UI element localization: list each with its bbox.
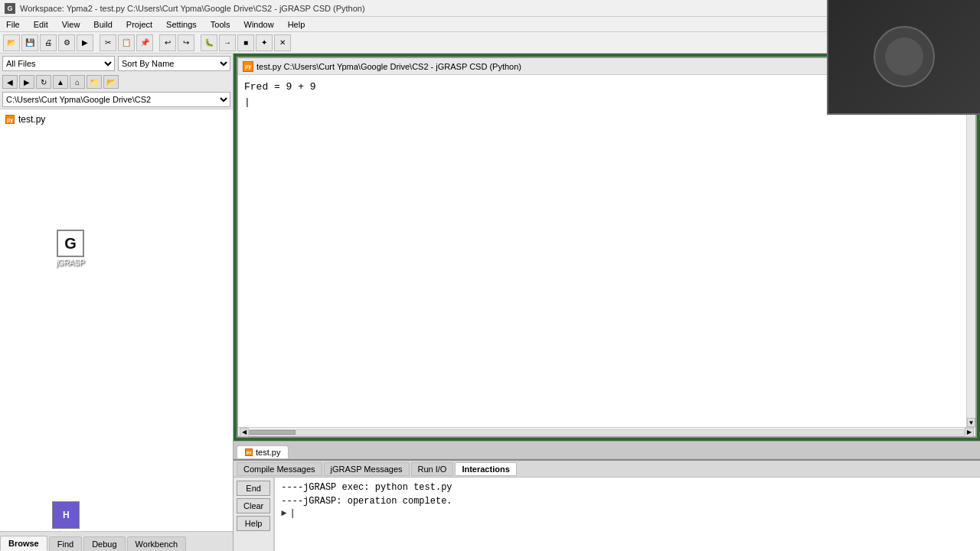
scroll-track[interactable] bbox=[967, 84, 975, 418]
compile-button[interactable]: ⚙ bbox=[58, 34, 75, 51]
refresh-button[interactable]: ↻ bbox=[36, 75, 51, 89]
console-output: ----jGRASP exec: python test.py ----jGRA… bbox=[274, 478, 980, 551]
up-button[interactable]: ▲ bbox=[53, 75, 68, 89]
menu-build[interactable]: Build bbox=[90, 19, 115, 30]
menu-file[interactable]: File bbox=[3, 19, 23, 30]
print-button[interactable]: 🖨 bbox=[40, 34, 57, 51]
tab-jgrasp-messages[interactable]: jGRASP Messages bbox=[324, 462, 410, 476]
menu-help[interactable]: Help bbox=[285, 19, 309, 30]
path-select[interactable]: C:\Users\Curt Ypma\Google Drive\CS2 bbox=[2, 92, 230, 107]
console-buttons: End Clear Help bbox=[234, 478, 274, 551]
help-button[interactable]: Help bbox=[237, 516, 270, 531]
menu-tools[interactable]: Tools bbox=[207, 19, 234, 30]
tab-browse[interactable]: Browse bbox=[0, 536, 47, 551]
console-line-1: ----jGRASP exec: python test.py bbox=[281, 481, 974, 494]
file-item[interactable]: py test.py bbox=[2, 112, 231, 126]
prompt-arrow-icon: ► bbox=[281, 508, 286, 519]
file-tab-bar: py test.py bbox=[234, 441, 980, 459]
scroll-h-track[interactable] bbox=[249, 429, 965, 435]
home-button[interactable]: ⌂ bbox=[70, 75, 85, 89]
jgrasp-icon: G bbox=[57, 230, 84, 257]
scroll-left-arrow[interactable]: ◀ bbox=[240, 428, 249, 437]
redo-button[interactable]: ↪ bbox=[178, 34, 194, 51]
end-button[interactable]: End bbox=[237, 481, 270, 496]
file-tab-label: test.py bbox=[256, 448, 280, 457]
bottom-tab-bar: Compile Messages jGRASP Messages Run I/O… bbox=[234, 461, 980, 478]
back-button[interactable]: ◀ bbox=[2, 75, 18, 89]
scroll-right-arrow[interactable]: ▶ bbox=[965, 428, 974, 437]
menu-settings[interactable]: Settings bbox=[163, 19, 200, 30]
step-button[interactable]: → bbox=[219, 34, 236, 51]
app-icon: G bbox=[5, 3, 15, 14]
copy-button[interactable]: 📋 bbox=[118, 34, 135, 51]
browser-panel: All Files Sort By Name ◀ ▶ ↻ ▲ ⌂ 📁 📂 C:\… bbox=[0, 54, 234, 551]
forward-button[interactable]: ▶ bbox=[19, 75, 34, 89]
debug-button[interactable]: 🐛 bbox=[201, 34, 217, 51]
editor-title: test.py C:\Users\Curt Ypma\Google Drive\… bbox=[256, 62, 521, 71]
console-prompt[interactable]: ► | bbox=[281, 508, 974, 519]
myharmony-taskbar-item[interactable]: H MyHarmony bbox=[47, 501, 85, 536]
file-tab-test-py[interactable]: py test.py bbox=[237, 445, 289, 458]
file-filter-select[interactable]: All Files bbox=[2, 56, 115, 71]
open-button[interactable]: 📂 bbox=[3, 34, 20, 51]
horizontal-scrollbar[interactable]: ◀ ▶ bbox=[238, 427, 975, 436]
folder-open-button[interactable]: 📁 bbox=[87, 75, 102, 89]
run-button[interactable]: ▶ bbox=[77, 34, 93, 51]
jgrasp-desktop-icon[interactable]: G jGRASP bbox=[47, 230, 93, 267]
myharmony-icon: H bbox=[52, 501, 80, 529]
paste-button[interactable]: 📌 bbox=[136, 34, 153, 51]
new-button[interactable]: ✦ bbox=[256, 34, 273, 51]
editor-file-icon: py bbox=[243, 61, 253, 72]
sort-select[interactable]: Sort By Name bbox=[118, 56, 230, 71]
tab-interactions[interactable]: Interactions bbox=[455, 462, 516, 476]
file-tab-icon: py bbox=[245, 448, 253, 456]
undo-button[interactable]: ↩ bbox=[159, 34, 176, 51]
editor-content[interactable]: Fred = 9 + 9 bbox=[238, 75, 966, 427]
stop-button[interactable]: ■ bbox=[237, 34, 254, 51]
myharmony-label: MyHarmony bbox=[47, 529, 85, 536]
console-area: End Clear Help ----jGRASP exec: python t… bbox=[234, 478, 980, 551]
menu-project[interactable]: Project bbox=[123, 19, 155, 30]
clear-button[interactable]: Clear bbox=[237, 498, 270, 514]
vertical-scrollbar[interactable]: ▲ ▼ bbox=[966, 75, 975, 427]
window-title: Workspace: Ypma2 - test.py C:\Users\Curt… bbox=[20, 4, 365, 13]
browser-tabs: Browse Find Debug Workbench bbox=[0, 531, 233, 551]
file-tree: py test.py bbox=[0, 109, 233, 531]
browser-toolbar: All Files Sort By Name ◀ ▶ ↻ ▲ ⌂ 📁 📂 C:\… bbox=[0, 54, 233, 109]
jgrasp-icon-label: jGRASP bbox=[56, 259, 84, 267]
tab-find[interactable]: Find bbox=[49, 536, 82, 551]
folder-new-button[interactable]: 📂 bbox=[103, 75, 119, 89]
cut-button[interactable]: ✂ bbox=[100, 34, 116, 51]
file-name: test.py bbox=[18, 114, 45, 125]
menu-view[interactable]: View bbox=[59, 19, 83, 30]
bottom-area: Compile Messages jGRASP Messages Run I/O… bbox=[234, 459, 980, 551]
console-line-3: ----jGRASP: operation complete. bbox=[281, 494, 974, 508]
tab-run-io[interactable]: Run I/O bbox=[411, 462, 454, 476]
prompt-input[interactable]: | bbox=[290, 508, 296, 519]
tab-compile-messages[interactable]: Compile Messages bbox=[237, 462, 322, 476]
scroll-down-arrow[interactable]: ▼ bbox=[967, 418, 975, 427]
save-button[interactable]: 💾 bbox=[21, 34, 38, 51]
tab-debug[interactable]: Debug bbox=[83, 536, 125, 551]
close-file-button[interactable]: ✕ bbox=[274, 34, 291, 51]
python-file-icon: py bbox=[5, 114, 15, 125]
tab-workbench[interactable]: Workbench bbox=[127, 536, 186, 551]
menu-window[interactable]: Window bbox=[241, 19, 277, 30]
scroll-h-thumb[interactable] bbox=[250, 430, 296, 435]
menu-edit[interactable]: Edit bbox=[31, 19, 51, 30]
right-panel: py test.py C:\Users\Curt Ypma\Google Dri… bbox=[234, 54, 980, 551]
